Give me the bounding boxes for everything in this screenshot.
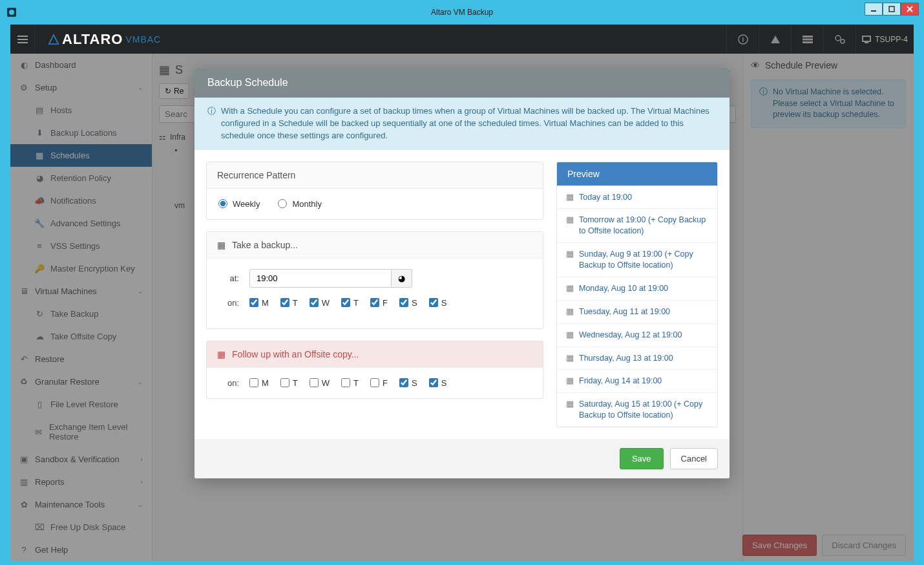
- titlebar: Altaro VM Backup: [5, 5, 919, 19]
- offsite-day-1[interactable]: T: [280, 378, 298, 388]
- backup-day-3[interactable]: T: [341, 298, 359, 308]
- offsite-day-5[interactable]: S: [399, 378, 417, 388]
- maximize-button[interactable]: [883, 3, 901, 16]
- calendar-icon: ▦: [217, 349, 226, 359]
- backup-day-2[interactable]: W: [310, 298, 330, 308]
- logo-text: ALTARO: [62, 31, 123, 48]
- svg-point-14: [835, 36, 841, 41]
- on-label-offsite: on:: [218, 378, 239, 388]
- calendar-icon: ▦: [566, 306, 574, 317]
- recurrence-title: Recurrence Pattern: [207, 162, 543, 189]
- clock-icon: ◕: [398, 273, 405, 283]
- cancel-button[interactable]: Cancel: [670, 448, 718, 469]
- offsite-day-4[interactable]: F: [370, 378, 388, 388]
- radio-weekly[interactable]: Weekly: [218, 199, 260, 209]
- preview-item-3: ▦Monday, Aug 10 at 19:00: [557, 277, 717, 300]
- offsite-card-title: ▦ Follow up with an Offsite copy...: [207, 341, 543, 368]
- svg-text:i: i: [742, 36, 744, 43]
- calendar-icon: ▦: [566, 376, 574, 387]
- calendar-icon: ▦: [566, 192, 574, 203]
- backup-schedule-modal: Backup Schedule ⓘ With a Schedule you ca…: [194, 68, 730, 478]
- preview-item-1: ▦Tomorrow at 19:00 (+ Copy Backup to Off…: [557, 208, 717, 242]
- svg-rect-3: [889, 6, 894, 12]
- calendar-icon: ▦: [566, 330, 574, 341]
- preview-panel: Preview ▦Today at 19:00▦Tomorrow at 19:0…: [556, 162, 718, 428]
- svg-point-1: [9, 10, 14, 15]
- preview-item-4: ▦Tuesday, Aug 11 at 19:00: [557, 300, 717, 323]
- host-label[interactable]: TSUPP-4: [856, 25, 914, 54]
- modal-info: ⓘ With a Schedule you can configure a se…: [194, 98, 730, 150]
- calendar-icon: ▦: [217, 240, 226, 250]
- backup-card-title: ▦ Take a backup...: [207, 232, 543, 259]
- svg-rect-16: [863, 36, 870, 41]
- gears-icon[interactable]: [823, 25, 856, 54]
- svg-rect-2: [871, 10, 876, 12]
- recurrence-card: Recurrence Pattern Weekly Monthly: [206, 162, 543, 220]
- logo: ALTARO VMBAC: [48, 31, 161, 48]
- backup-day-5[interactable]: S: [399, 298, 417, 308]
- menu-toggle-button[interactable]: [10, 25, 35, 54]
- backup-day-4[interactable]: F: [370, 298, 388, 308]
- backup-day-1[interactable]: T: [280, 298, 298, 308]
- preview-item-2: ▦Sunday, Aug 9 at 19:00 (+ Copy Backup t…: [557, 242, 717, 277]
- modal-overlay: Backup Schedule ⓘ With a Schedule you ca…: [10, 54, 914, 561]
- save-button[interactable]: Save: [620, 448, 664, 469]
- calendar-icon: ▦: [566, 215, 574, 237]
- preview-item-8: ▦Saturday, Aug 15 at 19:00 (+ Copy Backu…: [557, 392, 717, 427]
- svg-point-15: [841, 39, 845, 43]
- calendar-icon: ▦: [566, 353, 574, 364]
- backup-day-0[interactable]: M: [249, 298, 269, 308]
- backup-day-6[interactable]: S: [429, 298, 447, 308]
- preview-item-5: ▦Wednesday, Aug 12 at 19:00: [557, 323, 717, 346]
- topbar: ALTARO VMBAC i TSUPP-4: [10, 25, 914, 54]
- offsite-day-3[interactable]: T: [341, 378, 359, 388]
- info-icon: ⓘ: [207, 105, 216, 142]
- preview-item-7: ▦Friday, Aug 14 at 19:00: [557, 369, 717, 392]
- svg-rect-12: [803, 38, 813, 40]
- modal-title: Backup Schedule: [194, 68, 730, 98]
- at-label: at:: [218, 273, 239, 283]
- backup-card: ▦ Take a backup... at: ◕: [206, 231, 543, 329]
- svg-rect-11: [803, 36, 813, 37]
- calendar-icon: ▦: [566, 283, 574, 294]
- window-title: Altaro VM Backup: [431, 8, 493, 17]
- close-button[interactable]: [901, 3, 919, 16]
- list-icon[interactable]: [791, 25, 823, 54]
- preview-panel-title: Preview: [557, 162, 717, 186]
- backup-time-input[interactable]: [249, 269, 392, 288]
- offsite-card: ▦ Follow up with an Offsite copy... on: …: [206, 341, 543, 399]
- calendar-icon: ▦: [566, 399, 574, 421]
- svg-rect-13: [803, 41, 813, 43]
- calendar-icon: ▦: [566, 249, 574, 271]
- preview-item-6: ▦Thursday, Aug 13 at 19:00: [557, 346, 717, 370]
- warning-icon[interactable]: [759, 25, 791, 54]
- on-label: on:: [218, 298, 239, 308]
- offsite-day-6[interactable]: S: [429, 378, 447, 388]
- info-icon[interactable]: i: [726, 25, 759, 54]
- time-picker-button[interactable]: ◕: [392, 269, 412, 288]
- offsite-day-0[interactable]: M: [249, 378, 269, 388]
- minimize-button[interactable]: [865, 3, 883, 16]
- radio-monthly[interactable]: Monthly: [278, 199, 322, 209]
- offsite-day-2[interactable]: W: [310, 378, 330, 388]
- preview-item-0: ▦Today at 19:00: [557, 186, 717, 209]
- app-icon: [6, 7, 17, 17]
- logo-subtext: VMBAC: [125, 34, 161, 45]
